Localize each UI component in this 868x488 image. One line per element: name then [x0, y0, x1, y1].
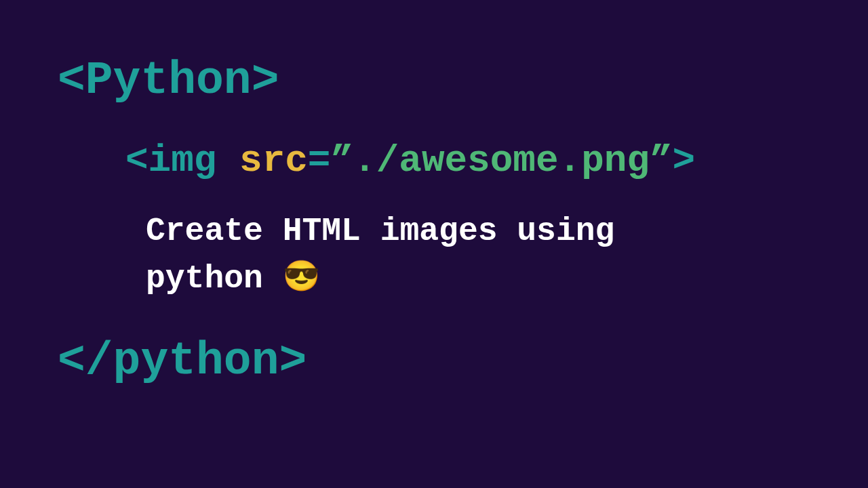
opening-tag: <Python> — [58, 54, 695, 106]
description-line-1: Create HTML images using — [146, 213, 614, 249]
img-tag-open: <img — [125, 139, 239, 182]
closing-tag: </python> — [58, 335, 695, 387]
description-text: Create HTML images using python 😎 — [146, 208, 695, 302]
img-tag-line: <img src=”./awesome.png”> — [125, 139, 695, 182]
img-equals: = — [308, 139, 331, 182]
img-attr-value: ”./awesome.png” — [330, 139, 672, 182]
code-graphic: <Python> <img src=”./awesome.png”> Creat… — [58, 54, 695, 387]
sunglasses-emoji-icon: 😎 — [283, 261, 320, 295]
description-line-2: python — [146, 260, 283, 297]
img-tag-close: > — [673, 139, 696, 182]
img-attr-name: src — [239, 139, 308, 182]
